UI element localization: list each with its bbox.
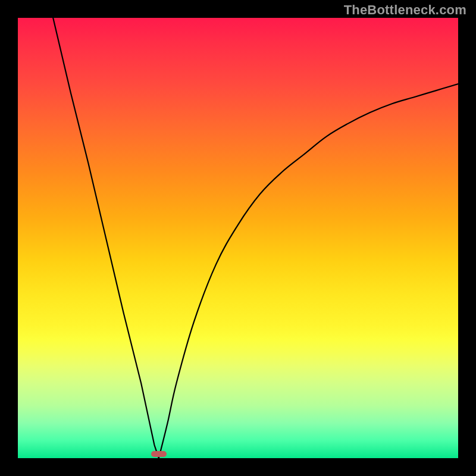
chart-frame: TheBottleneck.com [0, 0, 476, 476]
watermark-text: TheBottleneck.com [344, 2, 466, 18]
plot-area [18, 18, 458, 458]
minimum-marker-icon [151, 451, 167, 457]
bottleneck-curve [18, 18, 458, 458]
curve-path [53, 18, 458, 458]
